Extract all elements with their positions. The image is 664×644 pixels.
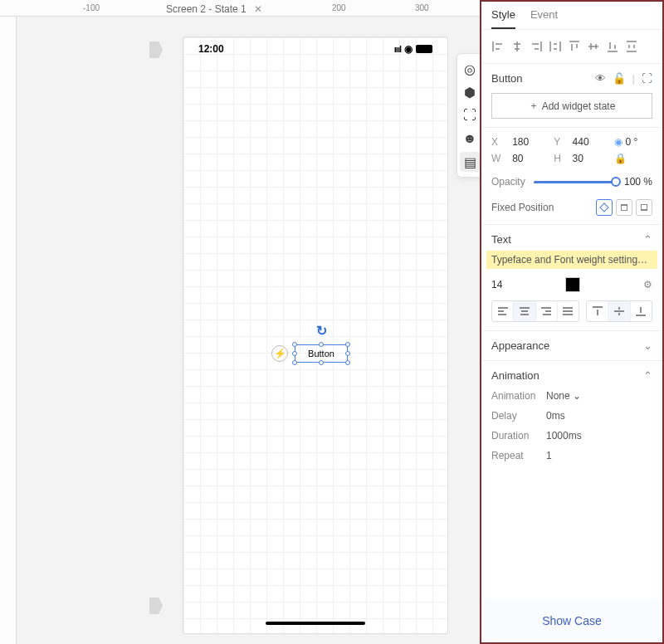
clock-label: 12:00 <box>198 43 224 55</box>
animation-select[interactable]: None ⌄ <box>546 390 581 402</box>
button-widget[interactable]: Button <box>295 344 348 363</box>
resize-handle[interactable] <box>345 342 350 347</box>
ruler-tick: -100 <box>83 3 100 12</box>
align-center-v-icon[interactable] <box>585 38 602 55</box>
y-input[interactable]: 440 <box>573 136 606 148</box>
align-center-h-icon[interactable] <box>509 38 525 55</box>
visibility-icon[interactable]: 👁 <box>595 72 606 85</box>
button-label: Button <box>308 349 334 359</box>
opacity-label: Opacity <box>491 176 525 188</box>
emoji-icon[interactable]: ☻ <box>460 129 480 149</box>
gear-icon[interactable]: ⚙ <box>643 279 652 290</box>
text-align-bottom-icon[interactable] <box>631 301 652 321</box>
cube-icon[interactable]: ⬢ <box>460 82 480 102</box>
element-header: Button 👁 🔓 | ⛶ ＋ Add widget state <box>481 64 662 128</box>
chevron-up-icon[interactable]: ⌃ <box>643 369 652 382</box>
x-input[interactable]: 180 <box>512 136 545 148</box>
distribute-h-icon[interactable] <box>547 38 564 55</box>
text-color-swatch[interactable] <box>565 277 580 292</box>
delay-input[interactable]: 0ms <box>546 410 565 422</box>
chevron-up-icon[interactable]: ⌃ <box>643 233 652 246</box>
h-label: H <box>554 153 564 164</box>
text-align-left-icon[interactable] <box>492 301 514 321</box>
canvas[interactable]: 12:00 ıııl ◉ ↻ ⚡ Button <box>17 17 478 644</box>
opacity-value[interactable]: 100 % <box>624 176 652 188</box>
home-indicator <box>266 622 365 625</box>
y-label: Y <box>554 136 564 148</box>
align-left-icon[interactable] <box>490 38 506 55</box>
showcase-button[interactable]: Show Case <box>481 599 662 642</box>
appearance-section[interactable]: Appearance ⌄ <box>481 331 662 361</box>
battery-icon <box>416 45 432 53</box>
text-align-center-icon[interactable] <box>514 301 535 321</box>
expand-icon[interactable]: ⛶ <box>460 105 480 125</box>
animation-title: Animation <box>491 369 540 382</box>
ruler-vertical <box>0 17 17 644</box>
ruler-tick: 300 <box>415 3 429 12</box>
tab-event[interactable]: Event <box>530 8 558 29</box>
panel-tabs: Style Event <box>481 2 662 30</box>
fullscreen-icon[interactable]: ⛶ <box>642 72 652 85</box>
aspect-lock-icon[interactable]: 🔒 <box>614 153 642 164</box>
text-align-v-group <box>586 300 652 322</box>
rotation-input[interactable]: ◉0 ° <box>614 136 642 148</box>
repeat-input[interactable]: 1 <box>546 450 552 461</box>
device-frame[interactable]: 12:00 ıııl ◉ ↻ ⚡ Button <box>183 37 448 634</box>
duration-input[interactable]: 1000ms <box>546 430 582 442</box>
quick-action-icon[interactable]: ⚡ <box>271 345 288 362</box>
resize-handle[interactable] <box>292 342 297 347</box>
resize-handle[interactable] <box>345 351 350 356</box>
distribute-v-icon[interactable] <box>623 38 640 55</box>
h-input[interactable]: 30 <box>573 153 606 164</box>
wifi-icon: ◉ <box>404 43 413 55</box>
resize-handle[interactable] <box>319 342 324 347</box>
resize-handle[interactable] <box>345 360 350 365</box>
showcase-label: Show Case <box>542 614 602 627</box>
plus-icon: ＋ <box>529 99 539 113</box>
alignment-toolbar <box>481 30 662 64</box>
fixed-position-label: Fixed Position <box>491 202 554 213</box>
layout-icon[interactable]: ▤ <box>460 152 480 172</box>
add-widget-state-button[interactable]: ＋ Add widget state <box>491 93 652 119</box>
tab-style[interactable]: Style <box>491 8 515 29</box>
resize-handle[interactable] <box>319 360 324 365</box>
screen-tab[interactable]: Screen 2 - State 1 ✕ <box>163 3 266 15</box>
text-align-right-icon[interactable] <box>536 301 558 321</box>
status-bar: 12:00 ıııl ◉ <box>183 37 447 61</box>
position-section: X 180 Y 440 ◉0 ° W 80 H 30 🔒 Opacity 100… <box>481 128 662 225</box>
close-icon[interactable]: ✕ <box>254 3 262 15</box>
lock-icon[interactable]: 🔓 <box>613 72 626 85</box>
text-align-justify-icon[interactable] <box>558 301 579 321</box>
animation-section: Animation ⌃ Animation None ⌄ Delay 0ms D… <box>481 361 662 478</box>
duration-label: Duration <box>491 430 540 442</box>
text-align-middle-icon[interactable] <box>608 301 630 321</box>
typeface-hint[interactable]: Typeface and Font weight setting… <box>486 251 657 269</box>
font-size-input[interactable]: 14 <box>491 279 502 290</box>
element-name: Button <box>491 72 523 85</box>
align-right-icon[interactable] <box>528 38 544 55</box>
w-input[interactable]: 80 <box>512 153 545 164</box>
text-section: Text ⌃ Typeface and Font weight setting…… <box>481 225 662 331</box>
repeat-label: Repeat <box>491 450 540 461</box>
resize-handle[interactable] <box>292 360 297 365</box>
text-align-top-icon[interactable] <box>587 301 608 321</box>
resize-handle[interactable] <box>292 351 297 356</box>
screen-tab-label: Screen 2 - State 1 <box>166 3 247 15</box>
fixed-bottom-icon[interactable] <box>636 199 652 216</box>
text-align-h-group <box>491 300 579 322</box>
align-top-icon[interactable] <box>566 38 583 55</box>
signal-icon: ıııl <box>394 44 401 54</box>
align-bottom-icon[interactable] <box>604 38 621 55</box>
inspector-panel: Style Event Button 👁 🔓 | ⛶ ＋ Add widget … <box>480 0 664 644</box>
selected-widget[interactable]: ↻ ⚡ Button <box>295 344 348 363</box>
target-icon[interactable]: ◎ <box>460 59 480 79</box>
fixed-none-icon[interactable] <box>596 199 613 216</box>
state-marker-icon[interactable] <box>149 598 163 614</box>
chevron-down-icon[interactable]: ⌄ <box>643 339 652 352</box>
opacity-slider[interactable] <box>534 181 616 183</box>
w-label: W <box>491 153 504 164</box>
rotate-handle-icon[interactable]: ↻ <box>316 323 327 339</box>
fixed-top-icon[interactable] <box>616 199 632 216</box>
delay-label: Delay <box>491 410 540 422</box>
state-marker-icon[interactable] <box>149 41 163 58</box>
